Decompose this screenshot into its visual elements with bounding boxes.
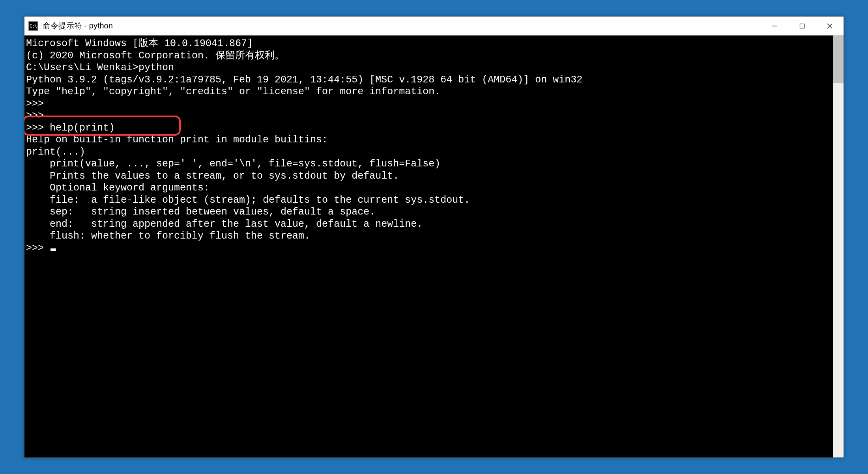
terminal-line: (c) 2020 Microsoft Corporation. 保留所有权利。 (26, 50, 833, 62)
terminal-output[interactable]: Microsoft Windows [版本 10.0.19041.867](c)… (24, 35, 833, 457)
terminal-line: file: a file-like object (stream); defau… (26, 194, 833, 207)
vertical-scrollbar[interactable] (833, 35, 844, 457)
terminal-line: print(value, ..., sep=' ', end='\n', fil… (26, 158, 833, 170)
cmd-icon: C:\ (28, 21, 38, 31)
minimize-button[interactable] (761, 17, 788, 35)
window-title: 命令提示符 - python (43, 21, 113, 31)
window-controls (761, 17, 844, 35)
terminal-line: end: string appended after the last valu… (26, 218, 833, 231)
terminal-line: flush: whether to forcibly flush the str… (26, 230, 833, 243)
terminal-line: >>> (26, 243, 833, 255)
title-bar[interactable]: C:\ 命令提示符 - python (24, 17, 844, 35)
terminal-client-area: Microsoft Windows [版本 10.0.19041.867](c)… (24, 35, 844, 457)
terminal-line: Prints the values to a stream, or to sys… (26, 170, 833, 183)
command-prompt-window: C:\ 命令提示符 - python Microsoft Windows [版本… (24, 16, 844, 458)
terminal-line: sep: string inserted between values, def… (26, 206, 833, 218)
close-button[interactable] (816, 17, 844, 35)
terminal-line: C:\Users\Li Wenkai>python (26, 62, 833, 74)
terminal-line: Help on built-in function print in modul… (26, 134, 833, 146)
scrollbar-thumb[interactable] (833, 35, 844, 83)
terminal-line: Python 3.9.2 (tags/v3.9.2:1a79785, Feb 1… (26, 74, 833, 86)
terminal-line: print(...) (26, 146, 833, 159)
terminal-line: >>> (26, 110, 833, 122)
terminal-line: Optional keyword arguments: (26, 182, 833, 194)
cursor (51, 248, 56, 251)
maximize-button[interactable] (788, 17, 816, 35)
terminal-line: Microsoft Windows [版本 10.0.19041.867] (26, 38, 833, 50)
svg-rect-1 (800, 24, 804, 28)
terminal-line: Type "help", "copyright", "credits" or "… (26, 86, 833, 98)
terminal-line: >>> (26, 98, 833, 110)
terminal-line: >>> help(print) (26, 122, 833, 134)
